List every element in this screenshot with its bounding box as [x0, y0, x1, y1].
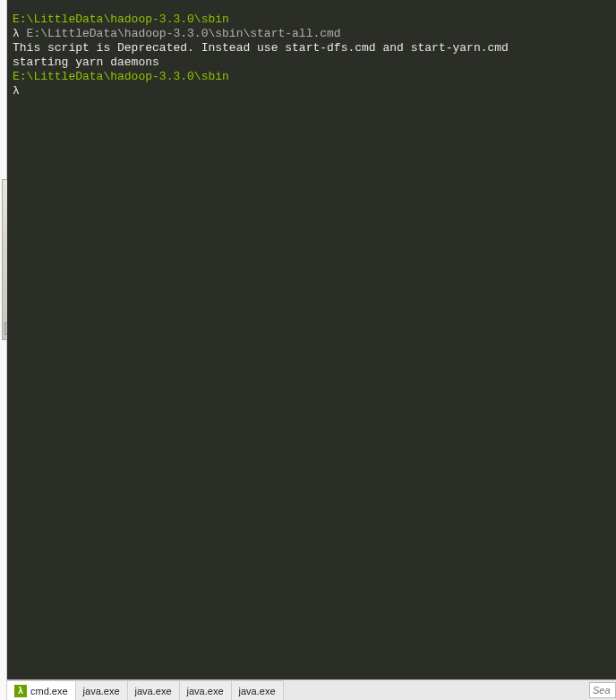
prompt-lambda-icon: λ: [13, 27, 27, 40]
terminal-line: E:\LittleData\hadoop-3.3.0\sbin: [13, 13, 611, 27]
tab-label: cmd.exe: [30, 686, 68, 696]
tab-label: java.exe: [187, 686, 224, 696]
tab-java[interactable]: java.exe: [232, 680, 284, 700]
left-strip: [0, 0, 7, 700]
lambda-icon: λ: [14, 685, 27, 697]
tab-java[interactable]: java.exe: [128, 680, 180, 700]
tab-java[interactable]: java.exe: [180, 680, 232, 700]
terminal-area[interactable]: E:\LittleData\hadoop-3.3.0\sbin λ E:\Lit…: [7, 0, 616, 679]
tab-label: java.exe: [239, 686, 276, 696]
terminal-line: starting yarn daemons: [13, 55, 611, 70]
command-text: E:\LittleData\hadoop-3.3.0\sbin\start-al…: [27, 27, 341, 40]
tab-label: java.exe: [135, 686, 172, 696]
tab-java[interactable]: java.exe: [76, 680, 128, 700]
search-input[interactable]: [589, 682, 616, 698]
prompt-path: E:\LittleData\hadoop-3.3.0\sbin: [13, 70, 229, 83]
tab-cmd[interactable]: λ cmd.exe: [7, 680, 76, 700]
terminal-line: E:\LittleData\hadoop-3.3.0\sbin: [13, 70, 611, 84]
terminal-line: λ E:\LittleData\hadoop-3.3.0\sbin\start-…: [13, 27, 611, 41]
terminal-line[interactable]: λ: [13, 84, 611, 98]
tab-bar: λ cmd.exe java.exe java.exe java.exe jav…: [7, 679, 616, 700]
prompt-path: E:\LittleData\hadoop-3.3.0\sbin: [13, 13, 229, 26]
terminal-line: This script is Deprecated. Instead use s…: [13, 41, 611, 55]
search-container: [589, 680, 616, 700]
tab-label: java.exe: [83, 686, 120, 696]
prompt-lambda-icon: λ: [13, 84, 27, 98]
